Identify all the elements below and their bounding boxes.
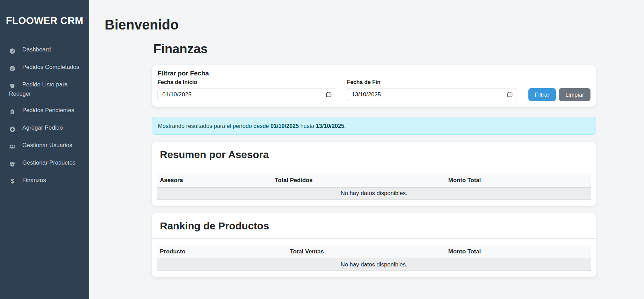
gauge-icon xyxy=(9,47,16,55)
sidebar-item-dashboard: Dashboard xyxy=(0,41,89,59)
finanzas-section: Finanzas Filtrar por Fecha Fecha de Inic… xyxy=(152,40,596,277)
column-header-monto-total: Monto Total xyxy=(446,174,591,188)
sidebar-item-label: Pedidos Pendientes xyxy=(22,107,74,113)
sidebar-item-label: Gestionar Usuarios xyxy=(22,142,72,148)
alert-text: Mostrando resultados para el período des… xyxy=(158,123,269,129)
sidebar-link-finanzas[interactable]: $Finanzas xyxy=(0,172,89,189)
column-header-producto: Producto xyxy=(157,245,287,259)
box-icon xyxy=(9,160,16,168)
filter-card-title: Filtrar por Fecha xyxy=(157,70,590,77)
main-area: Bienvenido Finanzas Filtrar por Fecha Fe… xyxy=(89,0,644,299)
start-date-input[interactable] xyxy=(157,88,336,101)
sidebar-item-label: Pedidos Completados xyxy=(22,64,79,70)
plus-circle-icon xyxy=(9,125,16,133)
sidebar-link-pedido-listo[interactable]: Pedido Listo para Recoger xyxy=(0,76,89,102)
ranking-card-body: Producto Total Ventas Monto Total No hay… xyxy=(152,239,596,277)
filter-buttons: Filtrar Limpiar xyxy=(528,88,590,101)
sidebar-link-dashboard[interactable]: Dashboard xyxy=(0,41,89,59)
product-ranking-card: Ranking de Productos Producto Total Vent… xyxy=(152,213,596,277)
sidebar-item-label: Pedido Listo para Recoger xyxy=(9,81,68,97)
column-header-total-ventas: Total Ventas xyxy=(287,245,445,259)
filter-form: Fecha de Inicio Fecha de Fin Filtrar L xyxy=(157,79,590,101)
users-icon xyxy=(9,142,16,151)
sidebar-item-gestionar-productos: Gestionar Productos xyxy=(0,155,89,172)
ranking-table-header-row: Producto Total Ventas Monto Total xyxy=(157,245,591,259)
alert-start-date: 01/10/2025 xyxy=(270,123,299,129)
box-open-icon xyxy=(9,82,16,90)
sidebar-item-pedidos-completados: Pedidos Completados xyxy=(0,59,89,76)
dollar-icon: $ xyxy=(9,178,16,184)
sidebar-link-gestionar-usuarios[interactable]: Gestionar Usuarios xyxy=(0,137,89,155)
date-filter-card: Filtrar por Fecha Fecha de Inicio Fecha … xyxy=(152,65,596,107)
summary-card-title: Resumen por Asesora xyxy=(160,148,588,161)
alert-text: hasta xyxy=(301,123,314,129)
end-date-label: Fecha de Fin xyxy=(347,79,517,86)
sidebar-link-gestionar-productos[interactable]: Gestionar Productos xyxy=(0,155,89,172)
end-date-input[interactable] xyxy=(347,88,517,101)
ranking-table: Producto Total Ventas Monto Total No hay… xyxy=(157,245,591,271)
summary-table: Asesora Total Pedidos Monto Total No hay… xyxy=(157,174,591,200)
sidebar-link-pedidos-completados[interactable]: Pedidos Completados xyxy=(0,59,89,76)
sidebar-nav: Dashboard Pedidos Completados Pedido Lis… xyxy=(0,41,89,189)
summary-empty-row: No hay datos disponibles. xyxy=(157,188,591,200)
calendar-icon[interactable] xyxy=(326,92,332,98)
summary-empty-message: No hay datos disponibles. xyxy=(157,188,591,200)
sidebar-item-gestionar-usuarios: Gestionar Usuarios xyxy=(0,137,89,155)
column-header-total-pedidos: Total Pedidos xyxy=(272,174,446,188)
start-date-label: Fecha de Inicio xyxy=(157,79,336,86)
clear-button[interactable]: Limpiar xyxy=(559,88,590,101)
calendar-icon[interactable] xyxy=(507,92,513,98)
start-date-field: Fecha de Inicio xyxy=(157,79,336,101)
summary-card-header: Resumen por Asesora xyxy=(152,142,596,167)
sidebar-item-label: Dashboard xyxy=(22,46,51,53)
ranking-empty-row: No hay datos disponibles. xyxy=(157,259,591,271)
summary-table-header-row: Asesora Total Pedidos Monto Total xyxy=(157,174,591,188)
ranking-empty-message: No hay datos disponibles. xyxy=(157,259,591,271)
sidebar: FLOOWER CRM Dashboard Pedidos Completado… xyxy=(0,0,89,299)
alert-end-date: 13/10/2025 xyxy=(316,123,344,129)
sidebar-item-finanzas: $Finanzas xyxy=(0,172,89,189)
sidebar-link-agregar-pedido[interactable]: Agregar Pedido xyxy=(0,120,89,137)
ranking-card-header: Ranking de Productos xyxy=(152,213,596,239)
summary-card-body: Asesora Total Pedidos Monto Total No hay… xyxy=(152,167,596,206)
column-header-monto-total: Monto Total xyxy=(446,245,591,259)
sidebar-item-pedido-listo: Pedido Listo para Recoger xyxy=(0,76,89,102)
sidebar-link-pedidos-pendientes[interactable]: Pedidos Pendientes xyxy=(0,102,89,120)
sidebar-item-label: Agregar Pedido xyxy=(22,124,63,131)
results-info-alert: Mostrando resultados para el período des… xyxy=(152,117,596,135)
summary-by-advisor-card: Resumen por Asesora Asesora Total Pedido… xyxy=(152,142,596,206)
app-brand: FLOOWER CRM xyxy=(0,14,89,27)
end-date-field: Fecha de Fin xyxy=(347,79,517,101)
ranking-card-title: Ranking de Productos xyxy=(160,219,588,232)
section-title: Finanzas xyxy=(153,40,596,57)
sidebar-item-label: Gestionar Productos xyxy=(22,159,75,166)
sidebar-item-agregar-pedido: Agregar Pedido xyxy=(0,120,89,137)
clipboard-list-icon xyxy=(9,107,16,116)
check-circle-icon xyxy=(9,64,16,72)
sidebar-item-pedidos-pendientes: Pedidos Pendientes xyxy=(0,102,89,120)
sidebar-item-label: Finanzas xyxy=(22,177,46,183)
page-title: Bienvenido xyxy=(105,16,644,34)
filter-button[interactable]: Filtrar xyxy=(528,88,556,101)
column-header-asesora: Asesora xyxy=(157,174,272,188)
alert-text: . xyxy=(344,123,346,129)
